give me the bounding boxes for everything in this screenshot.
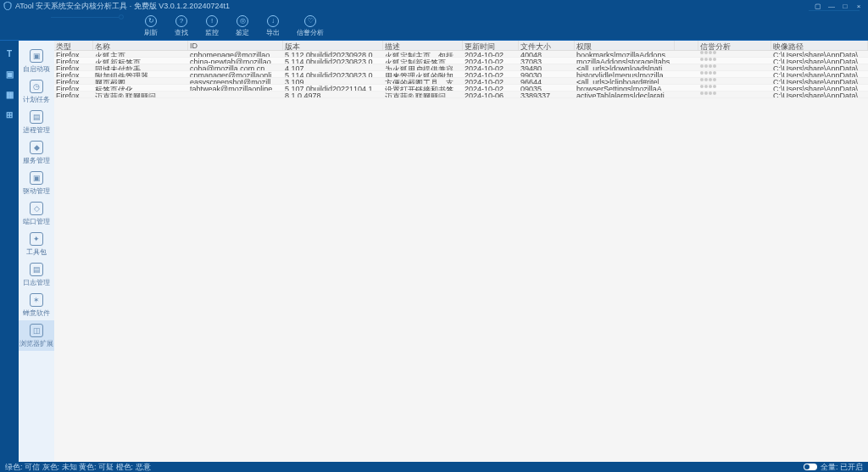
col-version[interactable]: 版本 (283, 41, 383, 50)
table-row[interactable]: Firefox同城未付款手coba@mozilla.com.cn4.107为火狐… (54, 64, 868, 71)
table-body[interactable]: Firefox火狐主页cnhomepage@mozillaonline.com5… (54, 51, 868, 462)
autostart-icon: ▣ (30, 49, 43, 63)
fullmode-toggle[interactable] (804, 464, 817, 470)
toolbar-reputation-button[interactable]: ♡信誉分析 (297, 15, 324, 37)
col-reputation[interactable]: 信誉分析 (698, 41, 771, 50)
export-icon: ↓ (267, 15, 279, 27)
status-bar: 绿色: 可信 灰色: 未知 黄色: 可疑 橙色: 恶意 全量: 已开启 (0, 462, 868, 472)
window-maximize-button[interactable]: □ (839, 2, 851, 10)
table-row[interactable]: Firefox网页截图easyscreenshot@mozillaonline.… (54, 78, 868, 85)
sidebar-item-service[interactable]: ◆服务管理 (19, 137, 54, 168)
verify-icon: ◎ (236, 15, 248, 27)
sidebar-item-autostart[interactable]: ▣自启动项 (19, 46, 54, 76)
toolbar-export-button[interactable]: ↓导出 (266, 15, 280, 37)
iconbar-grid-button[interactable]: ▦ (3, 88, 15, 100)
table-row[interactable]: Firefox火狐主页cnhomepage@mozillaonline.com5… (54, 51, 868, 58)
sidebar-item-log[interactable]: ▤日志管理 (19, 259, 54, 290)
monitor-icon: ! (206, 15, 218, 27)
col-size[interactable]: 文件大小 (519, 41, 575, 50)
bug-icon: ✶ (30, 293, 43, 307)
content-panel: 类型 名称 ID 版本 描述 更新时间 文件大小 权限 信誉分析 映像路径 Fi… (54, 41, 868, 462)
toolkit-icon: ✦ (30, 232, 43, 246)
sidebar-item-browser-ext[interactable]: ◫浏览器扩展 (19, 320, 54, 351)
window-extra-button[interactable]: ▢ (812, 2, 824, 10)
service-icon: ◆ (30, 141, 43, 154)
sidebar-item-port[interactable]: ◇端口管理 (19, 198, 54, 229)
col-type[interactable]: 类型 (54, 41, 93, 50)
iconbar-panel-button[interactable]: ▣ (3, 68, 15, 80)
reputation-dots (698, 85, 771, 91)
sidebar-item-toolkit[interactable]: ✦工具包 (19, 229, 54, 259)
sidebar-item-process[interactable]: ▤进程管理 (19, 107, 54, 137)
driver-icon: ▣ (30, 171, 43, 185)
clock-icon: ◷ (30, 80, 43, 93)
extension-icon: ◫ (30, 324, 43, 337)
refresh-icon: ↻ (145, 15, 157, 27)
col-path[interactable]: 映像路径 (771, 41, 868, 50)
sidebar-item-malware[interactable]: ✶蝉意软件 (19, 290, 54, 320)
table-row[interactable]: Firefox火狐新标签页china-newtab@mozillaonline.… (54, 58, 868, 64)
log-icon: ▤ (30, 263, 43, 276)
sidebar-item-scheduled[interactable]: ◷计划任务 (19, 76, 54, 107)
toolbar-find-button[interactable]: ?查找 (175, 15, 188, 37)
fullmode-label: 全量: 已开启 (821, 462, 863, 473)
reputation-dots (698, 58, 771, 64)
table-header: 类型 名称 ID 版本 描述 更新时间 文件大小 权限 信誉分析 映像路径 (54, 41, 868, 51)
reputation-dots (698, 71, 771, 77)
reputation-dots (698, 78, 771, 84)
reputation-dots (698, 64, 771, 70)
window-title: ATool 安天系统安全内核分析工具 · 免费版 V3.0.1.2.202407… (15, 1, 812, 12)
reputation-dots (698, 92, 771, 97)
table-row[interactable]: Firefox附加组件管理器cpmanager@mozillaonline.co… (54, 71, 868, 78)
col-desc[interactable]: 描述 (383, 41, 463, 50)
process-icon: ▤ (30, 110, 43, 124)
sidebar: ▣自启动项 ◷计划任务 ▤进程管理 ◆服务管理 ▣驱动管理 ◇端口管理 ✦工具包… (19, 41, 54, 462)
col-perm[interactable]: 权限 (575, 41, 675, 50)
table-row[interactable]: Firefox标签页优化tabtweak@mozillaonline.com5.… (54, 85, 868, 92)
col-id[interactable]: ID (188, 41, 283, 50)
col-name[interactable]: 名称 (93, 41, 188, 50)
toolbar-refresh-button[interactable]: ↻刷新 (144, 15, 158, 37)
shield-icon: ♡ (304, 15, 316, 27)
window-close-button[interactable]: × (853, 2, 865, 10)
reputation-dots (698, 51, 771, 57)
toolbar-verify-button[interactable]: ◎鉴定 (236, 15, 249, 37)
port-icon: ◇ (30, 202, 43, 215)
find-icon: ? (175, 15, 187, 27)
left-iconbar: T ▣ ▦ ⊞ (0, 41, 19, 462)
status-legend: 绿色: 可信 灰色: 未知 黄色: 可疑 橙色: 恶意 (5, 462, 151, 473)
iconbar-text-button[interactable]: T (3, 47, 15, 59)
col-updated[interactable]: 更新时间 (463, 41, 519, 50)
app-logo-icon (3, 2, 12, 10)
toolbar-monitor-button[interactable]: !监控 (205, 15, 219, 37)
toolbar: ↻刷新 ?查找 !监控 ◎鉴定 ↓导出 ♡信誉分析 (0, 12, 868, 41)
sidebar-item-driver[interactable]: ▣驱动管理 (19, 168, 54, 198)
iconbar-apps-button[interactable]: ⊞ (3, 108, 15, 120)
table-row[interactable]: Firefox迈克菲® 联网顾问8.1.0.4978迈克菲® 联网顾问2024-… (54, 92, 868, 98)
window-minimize-button[interactable]: — (826, 2, 837, 10)
